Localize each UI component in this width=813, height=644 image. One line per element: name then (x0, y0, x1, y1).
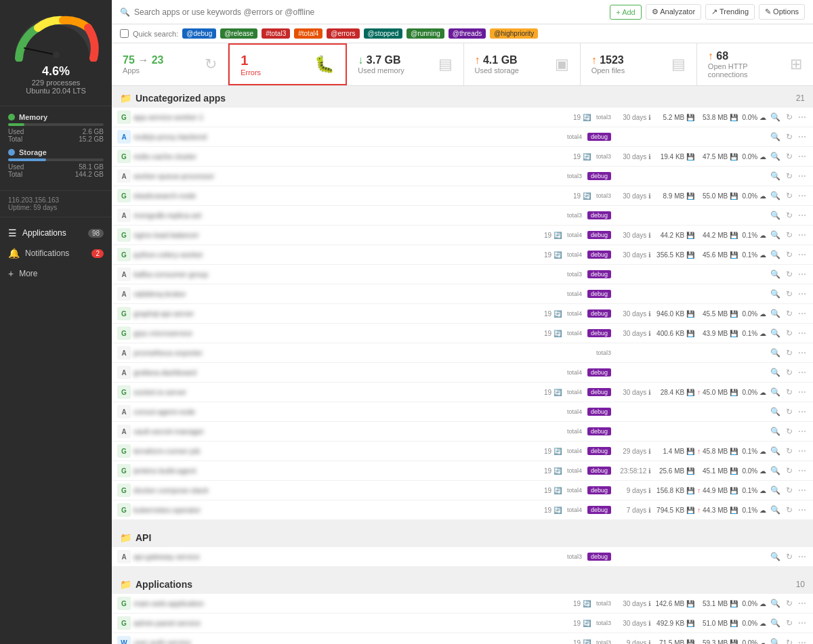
more-options-button[interactable]: ⋯ (797, 366, 808, 379)
list-item[interactable]: A grafana-dashboard total4debug 🔍 ↻ ⋯ (112, 363, 813, 383)
search-button[interactable]: 🔍 (769, 597, 782, 609)
more-options-button[interactable]: ⋯ (797, 597, 808, 609)
list-item[interactable]: G jenkins-build-agent 19 🔄total4debug 23… (112, 461, 813, 481)
search-button[interactable]: 🔍 (769, 327, 782, 339)
refresh-button[interactable]: ↻ (785, 386, 794, 398)
list-item[interactable]: A worker-queue-processor total3debug 🔍 ↻… (112, 167, 813, 186)
refresh-button[interactable]: ↻ (785, 111, 794, 123)
search-button[interactable]: 🔍 (769, 551, 782, 563)
more-options-button[interactable]: ⋯ (797, 386, 808, 398)
search-button[interactable]: 🔍 (769, 229, 782, 241)
list-item[interactable]: W user-auth-service 19 🔄total3 9 days ℹ … (112, 633, 813, 644)
list-item[interactable]: G redis-cache-cluster 19 🔄total3 30 days… (112, 147, 813, 167)
more-options-button[interactable]: ⋯ (797, 170, 808, 182)
more-options-button[interactable]: ⋯ (797, 209, 808, 221)
refresh-button[interactable]: ↻ (785, 445, 794, 457)
search-button[interactable]: 🔍 (769, 347, 782, 359)
more-options-button[interactable]: ⋯ (797, 268, 808, 280)
more-options-button[interactable]: ⋯ (797, 190, 808, 202)
tag-total3[interactable]: #total3 (262, 28, 290, 39)
search-button[interactable]: 🔍 (769, 150, 782, 163)
tag-total4[interactable]: #total4 (294, 28, 322, 39)
list-item[interactable]: G nginx-load-balancer 19 🔄total4debug 30… (112, 226, 813, 245)
search-button[interactable]: 🔍 (769, 617, 782, 629)
list-item[interactable]: A kafka-consumer-group total3debug 🔍 ↻ ⋯ (112, 265, 813, 284)
list-item[interactable]: G grpc-microservice 19 🔄total4debug 30 d… (112, 324, 813, 343)
tag-release[interactable]: @release (220, 28, 257, 39)
more-options-button[interactable]: ⋯ (797, 229, 808, 241)
more-options-button[interactable]: ⋯ (797, 484, 808, 496)
more-options-button[interactable]: ⋯ (797, 249, 808, 261)
more-options-button[interactable]: ⋯ (797, 347, 808, 359)
more-options-button[interactable]: ⋯ (797, 131, 808, 143)
list-item[interactable]: G admin-panel-service 19 🔄total3 30 days… (112, 614, 813, 633)
more-options-button[interactable]: ⋯ (797, 445, 808, 457)
more-options-button[interactable]: ⋯ (797, 327, 808, 339)
sidebar-item-applications[interactable]: ☰ Applications 98 (0, 223, 112, 243)
search-button[interactable]: 🔍 (769, 484, 782, 496)
search-button[interactable]: 🔍 (769, 307, 782, 320)
search-button[interactable]: 🔍 (769, 170, 782, 182)
list-item[interactable]: A rabbitmq-broker total4debug 🔍 ↻ ⋯ (112, 284, 813, 304)
tag-highpriority[interactable]: @highpriority (490, 28, 538, 39)
list-item[interactable]: G socket-io-server 19 🔄total4debug 30 da… (112, 383, 813, 402)
refresh-button[interactable]: ↻ (785, 425, 794, 437)
search-button[interactable]: 🔍 (769, 131, 782, 143)
search-input[interactable] (134, 7, 604, 17)
refresh-button[interactable]: ↻ (785, 617, 794, 629)
list-item[interactable]: G main-web-application 19 🔄total3 30 day… (112, 594, 813, 614)
list-item[interactable]: G python-celery-worker 19 🔄total4debug 3… (112, 245, 813, 265)
quicksearch-checkbox[interactable] (120, 29, 129, 38)
refresh-button[interactable]: ↻ (785, 249, 794, 261)
more-options-button[interactable]: ⋯ (797, 307, 808, 320)
more-options-button[interactable]: ⋯ (797, 551, 808, 563)
search-button[interactable]: 🔍 (769, 190, 782, 202)
list-item[interactable]: G graphql-api-server 19 🔄total4debug 30 … (112, 304, 813, 324)
refresh-button[interactable]: ↻ (785, 637, 794, 644)
refresh-button[interactable]: ↻ (785, 465, 794, 477)
search-button[interactable]: 🔍 (769, 111, 782, 123)
search-button[interactable]: 🔍 (769, 249, 782, 261)
refresh-button[interactable]: ↻ (785, 551, 794, 563)
refresh-button[interactable]: ↻ (785, 150, 794, 163)
refresh-button[interactable]: ↻ (785, 484, 794, 496)
refresh-button[interactable]: ↻ (785, 131, 794, 143)
search-button[interactable]: 🔍 (769, 445, 782, 457)
search-button[interactable]: 🔍 (769, 425, 782, 437)
refresh-button[interactable]: ↻ (785, 406, 794, 418)
refresh-button[interactable]: ↻ (785, 366, 794, 379)
refresh-button[interactable]: ↻ (785, 209, 794, 221)
more-options-button[interactable]: ⋯ (797, 111, 808, 123)
search-button[interactable]: 🔍 (769, 637, 782, 644)
refresh-button[interactable]: ↻ (785, 504, 794, 516)
more-options-button[interactable]: ⋯ (797, 425, 808, 437)
list-item[interactable]: A mongodb-replica-set total3debug 🔍 ↻ ⋯ (112, 206, 813, 226)
search-button[interactable]: 🔍 (769, 366, 782, 379)
list-item[interactable]: A consul-agent-node total4debug 🔍 ↻ ⋯ (112, 402, 813, 422)
list-item[interactable]: G terraform-runner-job 19 🔄total4debug 2… (112, 442, 813, 461)
refresh-button[interactable]: ↻ (785, 597, 794, 609)
refresh-button[interactable]: ↻ (785, 170, 794, 182)
list-item[interactable]: A api-gateway-service total3debug 🔍 ↻ ⋯ (112, 547, 813, 567)
tag-running[interactable]: @running (406, 28, 444, 39)
list-item[interactable]: A prometheus-exporter total3 🔍 ↻ ⋯ (112, 343, 813, 363)
list-item[interactable]: G docker-compose-stack 19 🔄total4debug 9… (112, 481, 813, 500)
search-button[interactable]: 🔍 (769, 406, 782, 418)
search-button[interactable]: 🔍 (769, 504, 782, 516)
list-item[interactable]: A nodejs-proxy-backend total4debug 🔍 ↻ ⋯ (112, 127, 813, 147)
more-options-button[interactable]: ⋯ (797, 150, 808, 163)
refresh-button[interactable]: ↻ (785, 190, 794, 202)
tag-debug[interactable]: @debug (182, 28, 216, 39)
trending-button[interactable]: ↗ Trending (705, 4, 755, 20)
search-button[interactable]: 🔍 (769, 268, 782, 280)
refresh-button[interactable]: ↻ (785, 229, 794, 241)
sidebar-item-notifications[interactable]: 🔔 Notifications 2 (0, 243, 112, 263)
search-button[interactable]: 🔍 (769, 209, 782, 221)
search-button[interactable]: 🔍 (769, 288, 782, 300)
more-options-button[interactable]: ⋯ (797, 406, 808, 418)
sidebar-item-more[interactable]: + More (0, 263, 112, 284)
list-item[interactable]: G elasticsearch-node 19 🔄total3 30 days … (112, 186, 813, 206)
list-item[interactable]: A vault-secret-manager total4debug 🔍 ↻ ⋯ (112, 422, 813, 442)
options-button[interactable]: ✎ Options (759, 4, 805, 20)
list-item[interactable]: G kubernetes-operator 19 🔄total4debug 7 … (112, 500, 813, 520)
